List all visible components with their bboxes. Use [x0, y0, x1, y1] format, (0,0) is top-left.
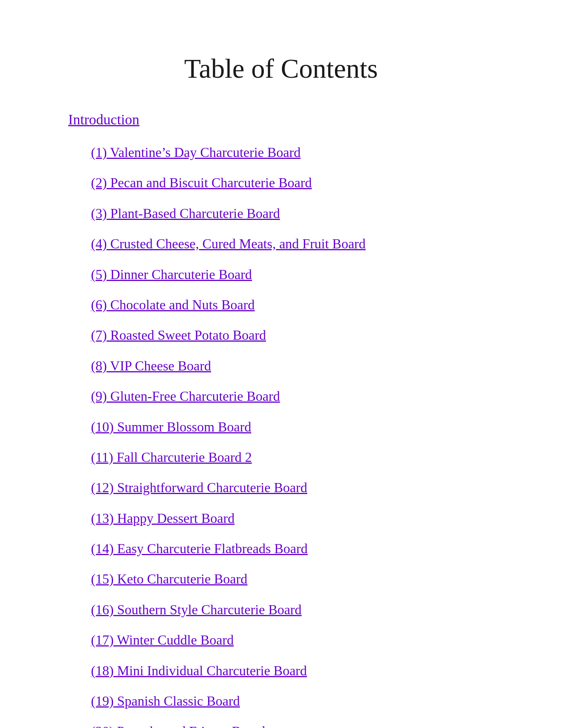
page-title: Table of Contents: [45, 53, 517, 85]
toc-item: (18) Mini Individual Charcuterie Board: [91, 661, 517, 680]
toc-link-9[interactable]: (9) Gluten-Free Charcuterie Board: [91, 389, 280, 404]
toc-item: (14) Easy Charcuterie Flatbreads Board: [91, 539, 517, 558]
toc-item: (1) Valentine’s Day Charcuterie Board: [91, 143, 517, 162]
toc-link-5[interactable]: (5) Dinner Charcuterie Board: [91, 267, 252, 282]
toc-link-7[interactable]: (7) Roasted Sweet Potato Board: [91, 328, 266, 343]
toc-items: (1) Valentine’s Day Charcuterie Board(2)…: [68, 143, 517, 728]
toc-link-14[interactable]: (14) Easy Charcuterie Flatbreads Board: [91, 541, 308, 556]
toc-link-15[interactable]: (15) Keto Charcuterie Board: [91, 571, 247, 587]
toc-item: (6) Chocolate and Nuts Board: [91, 295, 517, 314]
toc-item: (3) Plant-Based Charcuterie Board: [91, 204, 517, 223]
toc-link-3[interactable]: (3) Plant-Based Charcuterie Board: [91, 206, 280, 221]
toc-link-8[interactable]: (8) VIP Cheese Board: [91, 358, 211, 373]
toc-item: (5) Dinner Charcuterie Board: [91, 265, 517, 284]
toc-item: (15) Keto Charcuterie Board: [91, 570, 517, 588]
toc-item: (10) Summer Blossom Board: [91, 417, 517, 436]
toc-item: (13) Happy Dessert Board: [91, 509, 517, 528]
toc-link-19[interactable]: (19) Spanish Classic Board: [91, 693, 240, 709]
toc-item: (12) Straightforward Charcuterie Board: [91, 478, 517, 497]
toc-item: (8) VIP Cheese Board: [91, 356, 517, 375]
toc-item: (4) Crusted Cheese, Cured Meats, and Fru…: [91, 234, 517, 253]
toc-link-17[interactable]: (17) Winter Cuddle Board: [91, 632, 234, 648]
toc-item: (16) Southern Style Charcuterie Board: [91, 600, 517, 619]
toc-link-13[interactable]: (13) Happy Dessert Board: [91, 511, 235, 526]
toc-item: (9) Gluten-Free Charcuterie Board: [91, 387, 517, 406]
toc-item: (2) Pecan and Biscuit Charcuterie Board: [91, 173, 517, 192]
intro-link[interactable]: Introduction: [68, 111, 139, 127]
toc-item: (20) Pancake and Frittata Board: [91, 722, 517, 728]
toc-link-4[interactable]: (4) Crusted Cheese, Cured Meats, and Fru…: [91, 236, 366, 251]
toc-link-2[interactable]: (2) Pecan and Biscuit Charcuterie Board: [91, 175, 312, 190]
toc-intro: Introduction: [68, 111, 517, 128]
toc-link-6[interactable]: (6) Chocolate and Nuts Board: [91, 297, 255, 312]
toc-link-16[interactable]: (16) Southern Style Charcuterie Board: [91, 602, 302, 617]
toc-item: (11) Fall Charcuterie Board 2: [91, 448, 517, 467]
toc-item: (7) Roasted Sweet Potato Board: [91, 326, 517, 345]
toc-container: Introduction (1) Valentine’s Day Charcut…: [45, 111, 517, 728]
toc-item: (17) Winter Cuddle Board: [91, 631, 517, 650]
toc-link-10[interactable]: (10) Summer Blossom Board: [91, 419, 251, 435]
toc-link-18[interactable]: (18) Mini Individual Charcuterie Board: [91, 663, 307, 678]
toc-link-1[interactable]: (1) Valentine’s Day Charcuterie Board: [91, 145, 301, 160]
toc-link-12[interactable]: (12) Straightforward Charcuterie Board: [91, 480, 307, 495]
toc-link-11[interactable]: (11) Fall Charcuterie Board 2: [91, 450, 252, 465]
toc-link-20[interactable]: (20) Pancake and Frittata Board: [91, 724, 265, 728]
toc-item: (19) Spanish Classic Board: [91, 692, 517, 711]
